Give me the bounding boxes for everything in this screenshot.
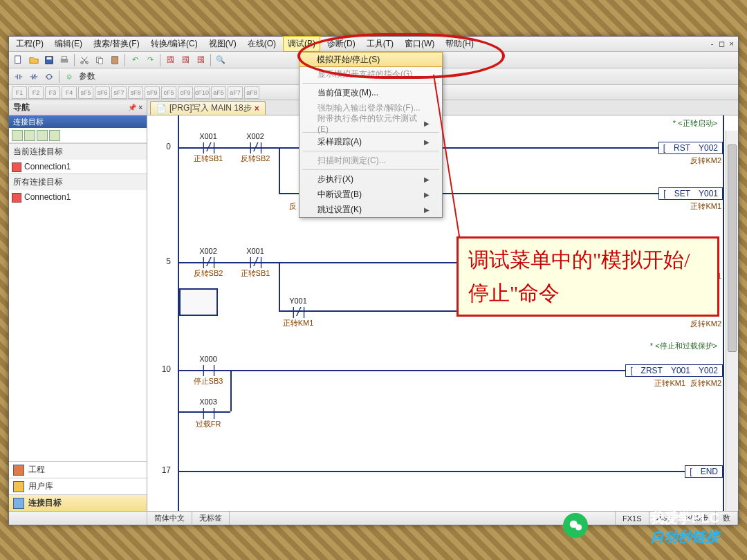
- contact-no-icon[interactable]: [12, 70, 26, 84]
- out-zrst[interactable]: [ZRST Y001 Y002: [625, 364, 723, 377]
- menu-debug[interactable]: 调试(B): [283, 36, 320, 52]
- menu-diagnose[interactable]: 诊断(D): [323, 37, 360, 51]
- section-all: 所有连接目标 Connection1: [9, 174, 147, 204]
- f9-icon[interactable]: sF9: [145, 86, 160, 99]
- convert2-icon[interactable]: 國: [178, 53, 192, 67]
- menu-search[interactable]: 搜索/替换(F): [89, 37, 144, 51]
- annotation-text: 调试菜单中的"模拟开始/停止"命令: [468, 243, 708, 310]
- f1-icon[interactable]: F1: [12, 86, 27, 99]
- mi-change-value[interactable]: 当前值更改(M)...: [299, 85, 442, 100]
- cf5-icon[interactable]: cF5: [161, 86, 176, 99]
- f3-icon[interactable]: F3: [45, 86, 60, 99]
- contact-x000[interactable]: X000 | | 停止SB3: [189, 355, 228, 386]
- status-label: 无标签: [192, 512, 230, 525]
- mi-device-test[interactable]: 附带执行条件的软元件测试(E)▶: [299, 115, 442, 131]
- out-set-y001[interactable]: [SET Y001: [658, 187, 723, 200]
- sidecat-connection[interactable]: 连接目标: [9, 494, 147, 511]
- rung-comment-5: * <停止和过载保护>: [650, 341, 717, 351]
- sidecat-userlib[interactable]: 用户库: [9, 478, 147, 494]
- menu-window[interactable]: 窗口(W): [400, 37, 439, 51]
- outlabel-3: 反转KM2: [690, 319, 721, 329]
- cf10-icon[interactable]: cF10: [194, 86, 210, 99]
- userlib-icon: [13, 481, 24, 492]
- cut-icon[interactable]: [77, 53, 91, 67]
- contact-x001b[interactable]: X001 |/| 正转SB1: [236, 247, 275, 279]
- tab-label: [PRG]写入 MAIN 18步: [169, 102, 252, 114]
- view3-icon[interactable]: [37, 130, 48, 141]
- menu-online[interactable]: 在线(O): [243, 37, 280, 51]
- print-icon[interactable]: [57, 53, 71, 67]
- undo-icon[interactable]: ↶: [128, 53, 142, 67]
- f2-icon[interactable]: F2: [28, 86, 44, 99]
- af7-icon[interactable]: aF7: [228, 86, 243, 99]
- mi-skip[interactable]: 跳过设置(K)▶: [299, 202, 442, 217]
- menu-tools[interactable]: 工具(T): [362, 37, 398, 51]
- convert3-icon[interactable]: 國: [194, 53, 208, 67]
- f4-icon[interactable]: F4: [62, 86, 77, 99]
- copy-icon[interactable]: [93, 53, 107, 67]
- menu-edit[interactable]: 编辑(E): [50, 37, 86, 51]
- zoom-icon[interactable]: 🔍: [214, 53, 228, 67]
- view2-icon[interactable]: [24, 130, 35, 141]
- f6-icon[interactable]: sF6: [95, 86, 110, 99]
- save-icon[interactable]: [42, 53, 56, 67]
- vertical-scrollbar[interactable]: [726, 131, 738, 511]
- window-controls[interactable]: - ◻ ×: [711, 39, 735, 48]
- menu-view[interactable]: 视图(V): [205, 37, 241, 51]
- mi-sample-trace[interactable]: 采样跟踪(A)▶: [299, 134, 442, 149]
- coil-icon[interactable]: [42, 70, 56, 84]
- contact-x002b[interactable]: X002 |/| 反转SB2: [189, 247, 228, 279]
- mi-sim-start-stop[interactable]: 模拟开始/停止(S): [299, 52, 443, 67]
- contact-x003[interactable]: X003 | | 过载FR: [189, 398, 228, 429]
- menu-project[interactable]: 工程(P): [12, 37, 48, 51]
- menu-help[interactable]: 帮助(H): [441, 37, 478, 51]
- mi-scan-time[interactable]: 扫描时间测定(C)...: [299, 153, 442, 168]
- convert-icon[interactable]: 國: [163, 53, 177, 67]
- contact-x002[interactable]: X002 |/| 反转SB2: [236, 132, 275, 164]
- redo-icon[interactable]: ↷: [143, 53, 157, 67]
- connection-item-2[interactable]: Connection1: [9, 190, 147, 204]
- af8-icon[interactable]: aF8: [244, 86, 259, 99]
- out-rst-y002[interactable]: [RST Y002: [658, 142, 723, 154]
- tab-main[interactable]: 📄 [PRG]写入 MAIN 18步 ×: [150, 101, 266, 115]
- contact-y001[interactable]: Y001 |/| 正转KM1: [279, 297, 317, 328]
- tab-close-icon[interactable]: ×: [255, 104, 259, 113]
- nav-sidebar: 导航 📌 × 连接目标 当前连接目标 Connection1 所有连接目标 Co…: [9, 100, 147, 511]
- cf9-icon[interactable]: cF9: [178, 86, 193, 99]
- sidebar-title: 导航 📌 ×: [9, 100, 147, 115]
- sidebar-subtitle: 连接目标: [9, 115, 147, 128]
- pin-icon[interactable]: 📌 ×: [128, 104, 142, 111]
- mi-show-unsupported[interactable]: 显示模拟开支持的指令(G): [299, 66, 442, 82]
- project-icon: [13, 465, 24, 476]
- debug-dropdown: 模拟开始/停止(S) 显示模拟开支持的指令(G) 当前值更改(M)... 强制输…: [299, 52, 443, 218]
- connection-icon: [13, 498, 24, 509]
- right-rail: [723, 115, 724, 511]
- contact-nc-icon[interactable]: [27, 70, 41, 84]
- svg-rect-3: [61, 59, 68, 62]
- svg-rect-2: [47, 57, 52, 59]
- connection-item-1[interactable]: Connection1: [9, 160, 147, 174]
- watermark-line2: 自动秒链接: [650, 528, 719, 546]
- param-icon[interactable]: ⛭: [62, 70, 76, 84]
- watermark-line1: 我爱学PLC: [650, 509, 719, 528]
- view4-icon[interactable]: [49, 130, 60, 141]
- svg-point-12: [575, 524, 582, 530]
- view1-icon[interactable]: [12, 130, 23, 141]
- mi-step-exec[interactable]: 步执行(X)▶: [299, 171, 442, 187]
- contact-x001[interactable]: X001 |/| 正转SB1: [189, 132, 228, 164]
- sidecat-project[interactable]: 工程: [9, 461, 147, 478]
- mi-break[interactable]: 中断设置(B)▶: [299, 187, 442, 202]
- new-icon[interactable]: [12, 53, 26, 67]
- f7-icon[interactable]: sF7: [111, 86, 127, 99]
- annotation-box: 调试菜单中的"模拟开始/停止"命令: [456, 236, 719, 317]
- svg-rect-0: [15, 55, 21, 63]
- af5-icon[interactable]: aF5: [211, 86, 226, 99]
- menu-convert[interactable]: 转换/编译(C): [147, 37, 202, 51]
- f8-icon[interactable]: sF8: [128, 86, 143, 99]
- open-icon[interactable]: [27, 53, 41, 67]
- out-end: [END: [685, 465, 723, 478]
- paste-icon[interactable]: [108, 53, 122, 67]
- svg-rect-4: [62, 56, 67, 59]
- f5-icon[interactable]: sF5: [78, 86, 93, 99]
- toolbar2-label: 参数: [77, 71, 97, 82]
